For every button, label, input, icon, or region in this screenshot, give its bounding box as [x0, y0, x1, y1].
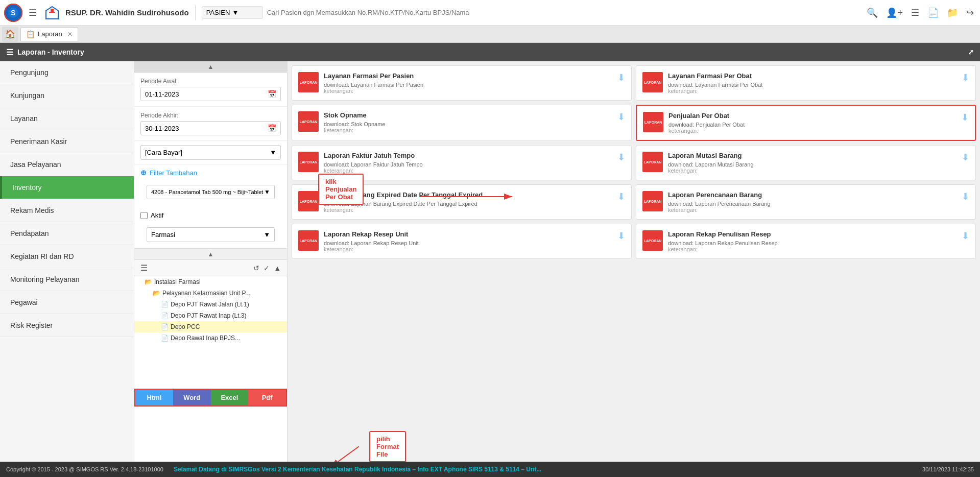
scroll-up-icon[interactable]: ▲ — [208, 63, 214, 70]
tree-toolbar-icons: ↺ ✓ ▲ — [253, 264, 281, 272]
tree-pelayanan-kefarmasian[interactable]: 📂 Pelayanan Kefarmasian Unit P... — [134, 288, 287, 299]
report-info-stok: Stok Opname download: Stok Opname ketera… — [324, 111, 612, 133]
tree-collapse-icon[interactable]: ▲ — [274, 264, 281, 272]
penjualan-callout: klik Penjualan Per Obat — [318, 174, 364, 205]
report-keterangan-rekap-left: keterangan: — [324, 246, 612, 252]
periode-awal-field: Periode Awal: 📅 — [134, 73, 287, 107]
footer-datetime: 30/11/2023 11:42:35 — [922, 466, 974, 472]
add-user-icon[interactable]: 👤+ — [884, 5, 905, 20]
filter-tambahan-btn[interactable]: ⊕ Filter Tambahan — [134, 164, 287, 181]
report-info-mutasi: Laporan Mutasi Barang download: Laporan … — [668, 152, 957, 174]
tree-file-icon-2: 📄 — [161, 312, 169, 319]
report-layanan-farmasi-per-pasien[interactable]: LAPORAN Layanan Farmasi Per Pasien downl… — [292, 65, 632, 101]
report-download-icon-rekap-left[interactable]: ⬇ — [617, 230, 625, 242]
periode-akhir-input[interactable]: 📅 — [140, 121, 281, 135]
drug-filter-select[interactable]: 4208 - Paracetamol Tab 500 mg ~ Biji~Tab… — [147, 185, 275, 199]
periode-awal-text[interactable] — [145, 90, 268, 98]
report-title-penjualan: Penjualan Per Obat — [668, 112, 956, 120]
report-download-icon-expired[interactable]: ⬇ — [617, 191, 625, 202]
app-logo: S — [4, 4, 22, 22]
tree-depo-pjt-rawat-inap[interactable]: 📄 Depo PJT Rawat Inap (Lt.3) — [134, 310, 287, 321]
sidebar-item-layanan[interactable]: Layanan — [0, 107, 134, 130]
aktif-field: Aktif — [134, 207, 287, 223]
report-download-icon-faktur[interactable]: ⬇ — [617, 152, 625, 163]
report-rekap-penulisan-resep[interactable]: LAPORAN Laporan Rekap Penulisan Resep do… — [636, 224, 976, 259]
sidebar-item-monitoring[interactable]: Monitoring Pelayanan — [0, 268, 134, 291]
report-rekap-resep-unit-left[interactable]: LAPORAN Laporan Rekap Resep Unit downloa… — [292, 224, 632, 259]
report-download-icon-1[interactable]: ⬇ — [617, 72, 625, 83]
report-icon-rekap-left: LAPORAN — [298, 230, 319, 251]
search-icon[interactable]: 🔍 — [865, 5, 880, 20]
sidebar-item-inventory[interactable]: Inventory — [0, 176, 134, 199]
calendar-akhir-icon[interactable]: 📅 — [268, 124, 276, 132]
expand-icon[interactable]: ⤢ — [968, 48, 974, 56]
collapse-icon[interactable]: ▲ — [208, 251, 214, 258]
format-excel-btn[interactable]: Excel — [211, 390, 249, 406]
sidebar-item-pengunjung[interactable]: Pengunjung — [0, 61, 134, 84]
report-keterangan-mutasi: keterangan: — [668, 168, 957, 174]
sidebar-label-pegawai: Pegawai — [10, 298, 38, 306]
format-pdf-btn[interactable]: Pdf — [248, 390, 286, 406]
report-download-icon-stok[interactable]: ⬇ — [617, 111, 625, 123]
hamburger-icon[interactable]: ☰ — [27, 5, 39, 20]
sidebar-label-layanan: Layanan — [10, 114, 38, 123]
svg-rect-3 — [51, 9, 54, 12]
filter-panel: ▲ Periode Awal: 📅 Periode Akhir: 📅 — [134, 61, 288, 462]
sidebar-item-pendapatan[interactable]: Pendapatan — [0, 222, 134, 245]
patient-search-input[interactable] — [267, 9, 861, 16]
report-download-icon-penjualan[interactable]: ⬇ — [961, 112, 969, 123]
logout-icon[interactable]: ↪ — [964, 5, 976, 20]
tree-depo-pjt-rawat-jalan[interactable]: 📄 Depo PJT Rawat Jalan (Lt.1) — [134, 299, 287, 310]
report-icon-faktur: LAPORAN — [298, 152, 319, 172]
cara-bayar-select[interactable]: [Cara Bayar] ▼ — [140, 145, 281, 160]
tree-refresh-icon[interactable]: ↺ — [253, 264, 259, 272]
report-download-icon-2[interactable]: ⬇ — [962, 72, 969, 83]
report-penjualan-per-obat[interactable]: LAPORAN Penjualan Per Obat download: Pen… — [636, 105, 976, 141]
report-laporan-perencanaan[interactable]: LAPORAN Laporan Perencanaan Barang downl… — [636, 184, 976, 220]
sidebar-item-risk-register[interactable]: Risk Register — [0, 314, 134, 337]
report-download-icon-mutasi[interactable]: ⬇ — [962, 152, 969, 163]
report-download-icon-rekap-right[interactable]: ⬇ — [962, 230, 969, 242]
laporan-tab-icon: 📋 — [26, 30, 35, 38]
tree-check-icon[interactable]: ✓ — [264, 264, 270, 272]
periode-akhir-text[interactable] — [145, 125, 268, 132]
tree-depo-pcc[interactable]: 📄 Depo PCC — [134, 321, 287, 332]
format-callout: pilih Format File — [369, 431, 406, 462]
home-tab[interactable]: 🏠 — [2, 27, 18, 42]
laporan-tab[interactable]: 📋 Laporan ✕ — [20, 27, 78, 41]
report-keterangan-2: keterangan: — [668, 88, 957, 94]
report-icon-mutasi: LAPORAN — [642, 152, 663, 172]
farmasi-select[interactable]: Farmasi ▼ — [147, 227, 275, 242]
format-html-btn[interactable]: Html — [135, 390, 173, 406]
aktif-checkbox[interactable] — [140, 212, 148, 219]
list-icon[interactable]: ☰ — [909, 5, 921, 20]
sidebar-item-rekam-medis[interactable]: Rekam Medis — [0, 199, 134, 222]
sidebar-item-penerimaan-kasir[interactable]: Penerimaan Kasir — [0, 130, 134, 153]
file-icon[interactable]: 📄 — [925, 5, 941, 20]
tree-instalasi-farmasi[interactable]: 📂 Instalasi Farmasi — [134, 276, 287, 288]
sidebar-item-kunjungan[interactable]: Kunjungan — [0, 84, 134, 107]
report-title-faktur: Laporan Faktur Jatuh Tempo — [324, 152, 612, 159]
calendar-awal-icon[interactable]: 📅 — [268, 90, 276, 98]
laporan-tab-close[interactable]: ✕ — [67, 31, 73, 38]
report-download-icon-perencanaan[interactable]: ⬇ — [962, 191, 969, 202]
format-word-btn[interactable]: Word — [173, 390, 211, 406]
page-hamburger-icon[interactable]: ☰ — [6, 47, 13, 57]
report-stok-opname[interactable]: LAPORAN Stok Opname download: Stok Opnam… — [292, 105, 632, 141]
report-icon-expired: LAPORAN — [298, 191, 319, 211]
hospital-name: RSUP. DR. Wahidin Sudirohusodo — [65, 8, 189, 17]
tree-list-icon[interactable]: ☰ — [140, 263, 148, 273]
report-layanan-farmasi-per-obat[interactable]: LAPORAN Layanan Farmasi Per Obat downloa… — [636, 65, 976, 101]
sidebar-item-pegawai[interactable]: Pegawai — [0, 291, 134, 314]
periode-awal-input[interactable]: 📅 — [140, 87, 281, 101]
sidebar-item-jasa-pelayanan[interactable]: Jasa Pelayanan — [0, 153, 134, 176]
report-title-mutasi: Laporan Mutasi Barang — [668, 152, 957, 159]
format-arrow — [328, 446, 359, 462]
tree-depo-rawat-inap-bpjs[interactable]: 📄 Depo Rawat Inap BPJS... — [134, 332, 287, 344]
report-laporan-mutasi[interactable]: LAPORAN Laporan Mutasi Barang download: … — [636, 145, 976, 180]
folder-icon[interactable]: 📁 — [945, 5, 960, 20]
report-title-perencanaan: Laporan Perencanaan Barang — [668, 191, 957, 199]
pasien-select[interactable]: PASIEN ▼ — [202, 6, 263, 19]
sidebar-item-kegiatan-ri-rd[interactable]: Kegiatan RI dan RD — [0, 245, 134, 268]
format-buttons: Html Word Excel Pdf — [134, 389, 287, 407]
